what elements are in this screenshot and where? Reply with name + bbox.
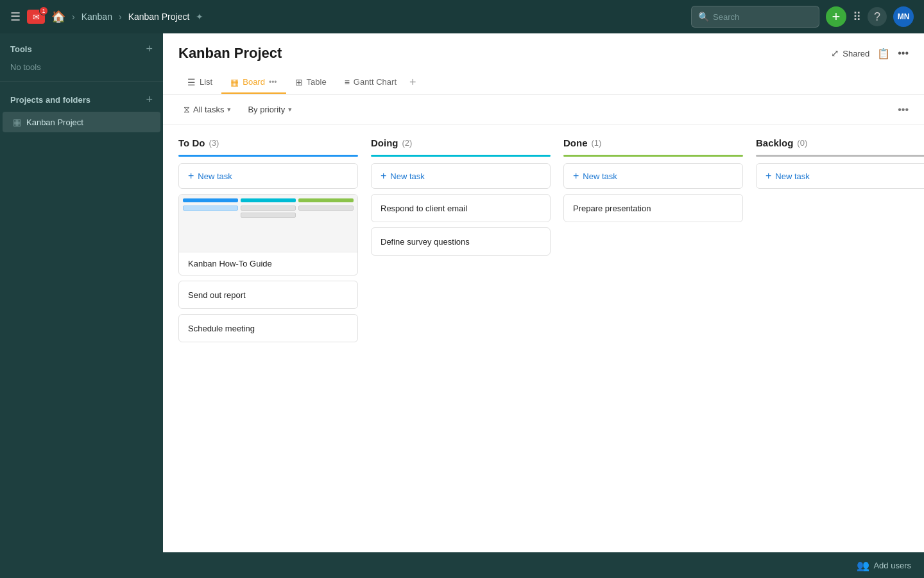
column-bar [563, 155, 743, 157]
navbar-right: 🔍 + ⠿ ? MN [691, 6, 914, 28]
new-task-plus-icon: + [573, 170, 579, 182]
search-magnify-icon: 🔍 [698, 12, 709, 22]
shared-button[interactable]: ⤢ Shared [831, 48, 869, 59]
breadcrumb-project[interactable]: Kanban Project [128, 12, 190, 22]
task-card[interactable]: Respond to client email [371, 194, 551, 222]
help-icon[interactable]: ? [868, 7, 887, 26]
breadcrumb-kanban[interactable]: Kanban [81, 12, 112, 22]
column-count: (1) [592, 138, 602, 148]
new-task-button[interactable]: +New task [563, 163, 743, 189]
new-task-label: New task [775, 171, 809, 181]
search-box[interactable]: 🔍 [691, 6, 819, 28]
project-more-icon[interactable]: ••• [898, 48, 909, 59]
task-card-with-preview[interactable]: Kanban How-To Guide [178, 194, 358, 276]
new-task-label: New task [583, 171, 617, 181]
project-actions: ⤢ Shared 📋 ••• [831, 48, 909, 60]
hamburger-icon[interactable]: ☰ [10, 10, 21, 24]
preview-line [298, 206, 354, 211]
table-tab-icon: ⊞ [295, 77, 303, 87]
add-users-label: Add users [873, 561, 911, 570]
tab-table[interactable]: ⊞ Table [286, 72, 336, 94]
shared-label: Shared [843, 49, 869, 58]
column-title: Backlog [756, 137, 793, 148]
filter-icon: ⧖ [184, 104, 190, 115]
grid-icon[interactable]: ⠿ [853, 10, 861, 24]
preview-col-1 [183, 198, 238, 248]
tab-table-label: Table [307, 77, 327, 87]
column-count: (2) [402, 138, 413, 148]
task-card-label: Prepare presentation [573, 204, 651, 213]
sidebar-item-kanban-project[interactable]: ▦ Kanban Project [3, 112, 160, 132]
new-task-button[interactable]: +New task [371, 163, 551, 189]
share-icon: ⤢ [831, 48, 839, 59]
search-input[interactable] [713, 12, 812, 22]
tab-list[interactable]: ☰ List [178, 72, 221, 94]
board: To Do(3)+New task [163, 125, 924, 552]
column-header: To Do(3) [178, 137, 358, 148]
home-icon[interactable]: 🏠 [51, 10, 65, 24]
pin-icon[interactable]: ✦ [196, 12, 203, 22]
add-users-button[interactable]: 👥 Add users [857, 559, 911, 572]
tools-section-title: Tools [10, 44, 32, 54]
group-chevron-icon: ▾ [288, 105, 292, 114]
mail-icon: ✉ [33, 12, 40, 22]
preview-col-header-blue [183, 198, 238, 202]
navbar: ☰ ✉ 1 🏠 › Kanban › Kanban Project ✦ 🔍 + … [0, 0, 924, 33]
task-card-label: Define survey questions [381, 237, 470, 247]
column-header: Doing(2) [371, 137, 551, 148]
new-task-button[interactable]: +New task [178, 163, 358, 189]
add-button[interactable]: + [826, 6, 846, 27]
task-card[interactable]: Prepare presentation [563, 194, 743, 222]
column-header: Backlog(0) [756, 137, 924, 148]
bottom-bar: 👥 Add users [0, 552, 924, 578]
project-icon: ▦ [13, 117, 21, 127]
project-title: Kanban Project [178, 45, 282, 62]
content-area: Kanban Project ⤢ Shared 📋 ••• ☰ List ▦ [163, 33, 924, 552]
toolbar-more-icon[interactable]: ••• [898, 104, 909, 116]
project-header: Kanban Project ⤢ Shared 📋 ••• ☰ List ▦ [163, 33, 924, 95]
task-card[interactable]: Define survey questions [371, 227, 551, 256]
task-card[interactable]: Send out report [178, 281, 358, 309]
new-task-button[interactable]: +New task [756, 163, 924, 189]
column-backlog: Backlog(0)+New task [756, 137, 924, 194]
tab-gantt[interactable]: ≡ Gantt Chart [336, 72, 406, 94]
task-card[interactable]: Schedule meeting [178, 314, 358, 342]
filter-chevron-icon: ▾ [227, 105, 231, 114]
preview-col-header-green [298, 198, 354, 202]
mail-badge[interactable]: ✉ 1 [27, 10, 45, 24]
add-tab-button[interactable]: + [406, 71, 420, 94]
tab-board-label: Board [243, 77, 265, 87]
column-doing: Doing(2)+New taskRespond to client email… [371, 137, 551, 261]
preview-line [183, 206, 238, 211]
task-card-label: Respond to client email [381, 204, 467, 213]
filter-button[interactable]: ⧖ All tasks ▾ [178, 101, 236, 118]
column-count: (3) [209, 138, 219, 148]
column-header: Done(1) [563, 137, 743, 148]
column-bar [371, 155, 551, 157]
list-tab-icon: ☰ [187, 77, 196, 87]
avatar[interactable]: MN [893, 6, 914, 27]
column-done: Done(1)+New taskPrepare presentation [563, 137, 743, 227]
no-tools-label: No tools [0, 61, 163, 81]
projects-add-icon[interactable]: + [146, 93, 153, 107]
column-title: Doing [371, 137, 398, 148]
projects-section-header: Projects and folders + [0, 84, 163, 112]
group-label: By priority [248, 105, 285, 114]
tools-add-icon[interactable]: + [146, 42, 153, 56]
tab-board[interactable]: ▦ Board ••• [221, 72, 286, 94]
note-icon[interactable]: 📋 [877, 48, 890, 60]
board-tab-more[interactable]: ••• [269, 78, 277, 87]
task-card-label: Send out report [188, 290, 246, 300]
sidebar: Tools + No tools Projects and folders + … [0, 33, 163, 552]
column-title: To Do [178, 137, 205, 148]
column-bar [178, 155, 358, 157]
breadcrumb-sep-1: › [72, 12, 75, 22]
preview-col-2 [241, 198, 296, 248]
breadcrumb-sep-2: › [119, 12, 122, 22]
column-bar [756, 155, 924, 157]
task-preview-image [179, 195, 357, 252]
group-button[interactable]: By priority ▾ [243, 102, 297, 117]
column-to-do: To Do(3)+New task [178, 137, 358, 347]
column-title: Done [563, 137, 588, 148]
task-card-label: Kanban How-To Guide [179, 252, 357, 275]
